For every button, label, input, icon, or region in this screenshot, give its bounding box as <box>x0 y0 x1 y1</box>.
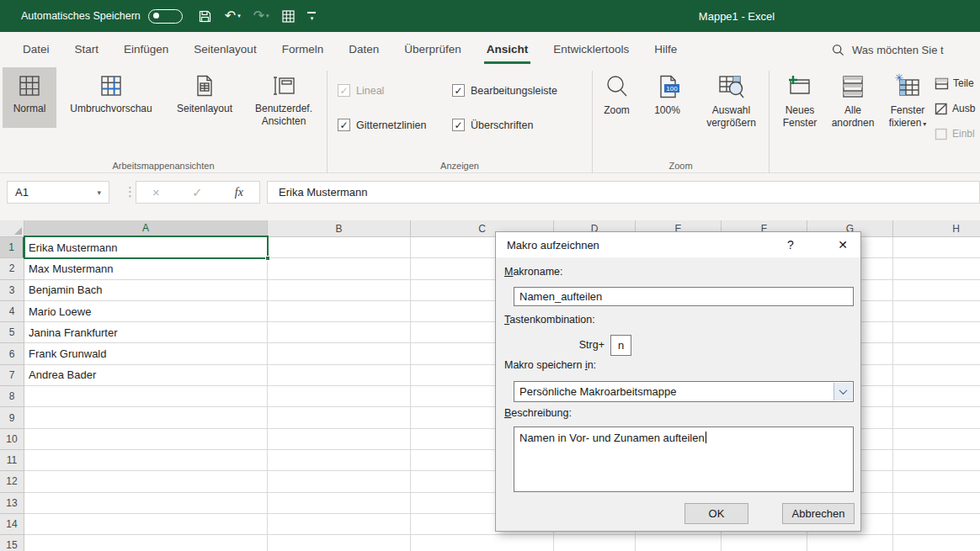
undo-button[interactable]: ↶ ▾ <box>225 9 241 23</box>
cell-c15[interactable] <box>411 535 554 551</box>
row-header-3[interactable]: 3 <box>0 280 24 301</box>
macro-name-input[interactable]: Namen_aufteilen <box>514 287 854 306</box>
description-textarea[interactable]: Namen in Vor- und Zunamen aufteilen <box>514 426 854 492</box>
autosave-toggle[interactable] <box>148 9 183 24</box>
cell-h7[interactable] <box>893 365 980 386</box>
row-header-9[interactable]: 9 <box>0 407 24 428</box>
formula-input[interactable]: Erika Mustermann <box>267 181 980 204</box>
shortcut-key-input[interactable]: n <box>610 335 631 356</box>
cell-b12[interactable] <box>268 471 411 492</box>
cell-b3[interactable] <box>268 280 411 301</box>
customize-quick-access-button[interactable]: ▾ <box>307 12 316 20</box>
cell-h5[interactable] <box>893 322 980 343</box>
freeze-panes-button[interactable]: ✳ Fensterfixieren▾ <box>881 67 935 130</box>
cell-h2[interactable] <box>893 258 980 279</box>
row-header-7[interactable]: 7 <box>0 365 24 386</box>
name-box[interactable]: A1 ▾ <box>7 181 109 204</box>
headings-checkbox[interactable]: ✓ <box>452 119 465 131</box>
cell-e15[interactable] <box>636 535 722 551</box>
row-header-5[interactable]: 5 <box>0 322 24 343</box>
tab-hilfe[interactable]: Hilfe <box>642 32 690 67</box>
tab-formeln[interactable]: Formeln <box>269 32 337 67</box>
row-header-13[interactable]: 13 <box>0 493 24 514</box>
normal-view-button[interactable]: Normal <box>3 67 56 128</box>
cell-h9[interactable] <box>893 407 980 428</box>
cell-a4[interactable]: Mario Loewe <box>24 301 268 322</box>
cell-a8[interactable] <box>24 386 268 407</box>
cell-b1[interactable] <box>268 237 411 258</box>
cell-h6[interactable] <box>893 343 980 364</box>
zoom-button[interactable]: Zoom <box>594 67 641 130</box>
row-header-1[interactable]: 1 <box>0 237 24 258</box>
cell-h11[interactable] <box>893 450 980 471</box>
cell-h3[interactable] <box>893 280 980 301</box>
cell-h15[interactable] <box>893 535 980 551</box>
cell-a9[interactable] <box>24 407 268 428</box>
cell-a13[interactable] <box>24 493 268 514</box>
new-window-button[interactable]: NeuesFenster <box>775 67 825 130</box>
formula-bar-checkbox[interactable]: ✓ <box>452 84 465 97</box>
cell-h13[interactable] <box>893 493 980 514</box>
row-header-14[interactable]: 14 <box>0 514 24 535</box>
insert-function-icon[interactable]: fx <box>235 186 243 199</box>
tell-me-search[interactable]: Was möchten Sie t <box>832 32 944 67</box>
row-header-10[interactable]: 10 <box>0 429 24 450</box>
column-header-b[interactable]: B <box>268 220 411 237</box>
custom-views-button[interactable]: Benutzerdef.Ansichten <box>243 67 324 128</box>
cell-h4[interactable] <box>893 301 980 322</box>
autosave-control[interactable]: Automatisches Speichern <box>21 9 183 24</box>
tab-überprüfen[interactable]: Überprüfen <box>391 32 474 67</box>
row-header-12[interactable]: 12 <box>0 471 24 492</box>
cell-a5[interactable]: Janina Frankfurter <box>24 322 268 343</box>
cell-h10[interactable] <box>893 429 980 450</box>
select-all-corner[interactable] <box>0 220 24 237</box>
cell-a2[interactable]: Max Mustermann <box>24 258 268 279</box>
cell-h12[interactable] <box>893 471 980 492</box>
row-header-6[interactable]: 6 <box>0 343 24 364</box>
dropdown-chevron-icon[interactable] <box>834 383 852 400</box>
row-header-15[interactable]: 15 <box>0 535 24 551</box>
dialog-title-bar[interactable]: Makro aufzeichnen ? ✕ <box>496 232 860 257</box>
cell-a11[interactable] <box>24 450 268 471</box>
cell-d15[interactable] <box>554 535 636 551</box>
undo-caret-icon[interactable]: ▾ <box>237 13 241 19</box>
name-box-caret-icon[interactable]: ▾ <box>97 188 101 197</box>
cell-h1[interactable] <box>893 237 980 258</box>
tab-einfügen[interactable]: Einfügen <box>111 32 181 67</box>
cell-a3[interactable]: Benjamin Bach <box>24 280 268 301</box>
cell-b7[interactable] <box>268 365 411 386</box>
formula-bar-drag-handle[interactable]: ⋮ <box>124 184 136 199</box>
page-break-preview-button[interactable]: Umbruchvorschau <box>56 67 166 128</box>
cell-a12[interactable] <box>24 471 268 492</box>
row-header-8[interactable]: 8 <box>0 386 24 407</box>
tab-daten[interactable]: Daten <box>336 32 391 67</box>
cell-h8[interactable] <box>893 386 980 407</box>
cell-h14[interactable] <box>893 514 980 535</box>
cell-f15[interactable] <box>722 535 807 551</box>
cell-b14[interactable] <box>268 514 411 535</box>
cancel-button[interactable]: Abbrechen <box>782 503 855 524</box>
dialog-help-button[interactable]: ? <box>776 232 805 257</box>
cell-b9[interactable] <box>268 407 411 428</box>
gridlines-checkbox[interactable]: ✓ <box>338 119 350 131</box>
tab-seitenlayout[interactable]: Seitenlayout <box>181 32 269 67</box>
cell-b5[interactable] <box>268 322 411 343</box>
cell-b10[interactable] <box>268 429 411 450</box>
column-header-h[interactable]: H <box>893 220 980 237</box>
row-header-11[interactable]: 11 <box>0 450 24 471</box>
cell-a6[interactable]: Frank Grunwald <box>24 343 268 364</box>
store-macro-dropdown[interactable]: Persönliche Makroarbeitsmappe <box>514 381 854 402</box>
tab-ansicht[interactable]: Ansicht <box>474 32 541 67</box>
cell-b13[interactable] <box>268 493 411 514</box>
split-button[interactable]: Teile <box>935 74 975 93</box>
hide-button[interactable]: Ausb <box>935 99 975 118</box>
cell-b2[interactable] <box>268 258 411 279</box>
cell-b15[interactable] <box>268 535 411 551</box>
headings-checkbox-row[interactable]: ✓ Überschriften <box>452 119 533 131</box>
cell-a7[interactable]: Andrea Bader <box>24 365 268 386</box>
row-header-4[interactable]: 4 <box>0 301 24 322</box>
table-format-icon[interactable] <box>282 10 295 23</box>
dialog-close-button[interactable]: ✕ <box>825 232 860 257</box>
cell-b4[interactable] <box>268 301 411 322</box>
cell-a15[interactable] <box>24 535 268 551</box>
